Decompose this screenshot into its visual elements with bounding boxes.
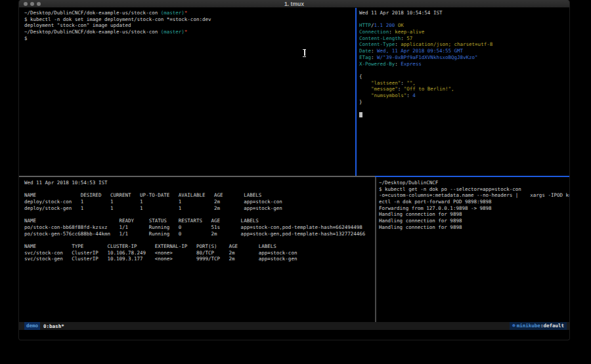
terminal-line: svc/stock-con ClusterIP 10.106.78.249 <n…	[24, 250, 375, 256]
pane-kubectl-get-watch[interactable]: Wed 11 Apr 2018 10:54:53 ISTNAME DESIRED…	[19, 177, 375, 322]
terminal-line: "message": "Off to Berlin!",	[359, 86, 570, 92]
terminal-line	[24, 211, 375, 218]
mouse-ibeam-cursor	[303, 49, 306, 56]
terminal-line: -o=custom-columns=:metadata.name --no-he…	[379, 192, 570, 199]
kube-context-segment: ☸ minikube :default	[510, 322, 567, 330]
tmux-session-name: demo	[24, 322, 40, 330]
terminal-line: ETag: W/"39-0xBPf9aF1dXVNkhsxoBQgJ8vKzo"	[359, 54, 570, 61]
terminal-line	[359, 16, 570, 23]
terminal-line: ~/Desktop/DublinCNCF	[379, 180, 570, 186]
terminal-line: Content-Length: 57	[359, 35, 570, 42]
pane-shell-set-image[interactable]: ~/Desktop/DublinCNCF/dok-example-us/stoc…	[19, 8, 355, 176]
terminal-line: NAME READY STATUS RESTARTS AGE LABELS	[24, 218, 375, 224]
terminal-line: "numsymbols": 4	[359, 92, 570, 99]
terminal-line: Handling connection for 9898	[379, 218, 570, 224]
terminal-line: po/stock-gen-576cc688bb-44kmn 1/1 Runnin…	[24, 231, 375, 237]
terminal-line: deployment "stock-con" image updated	[24, 22, 355, 29]
terminal-line: deploy/stock-con 1 1 1 1 2m app=stock-co…	[24, 199, 375, 205]
terminal-line	[359, 67, 570, 73]
terminal-line: ~/Desktop/DublinCNCF/dok-example-us/stoc…	[24, 29, 355, 35]
terminal-line	[24, 186, 375, 193]
window-titlebar: 1. tmux	[19, 0, 569, 8]
terminal-line: HTTP/1.1 200 OK	[359, 22, 570, 29]
terminal-line: Content-Type: application/json; charset=…	[359, 41, 570, 48]
terminal-line	[359, 105, 570, 111]
terminal-line: X-Powered-By: Express	[359, 61, 570, 68]
kube-namespace: :default	[540, 322, 564, 330]
terminal-line: ectl -n dok port-forward POD 9898:9898	[379, 199, 570, 205]
window-title: 1. tmux	[19, 1, 569, 7]
terminal-line: ~/Desktop/DublinCNCF/dok-example-us/stoc…	[24, 10, 355, 16]
terminal-line: $ kubectl get -n dok po --selector=app=s…	[379, 186, 570, 193]
terminal-line: Date: Wed, 11 Apr 2018 09:54:55 GMT	[359, 48, 570, 54]
pane-http-response[interactable]: Wed 11 Apr 2018 10:54:54 ISTHTTP/1.1 200…	[357, 8, 570, 176]
terminal-line: $ kubectl -n dok set image deployment/st…	[24, 16, 355, 23]
terminal-line: $	[24, 35, 355, 42]
terminal-line: Handling connection for 9898	[379, 211, 570, 218]
terminal-block-cursor	[359, 112, 362, 117]
tmux-panes-area: ~/Desktop/DublinCNCF/dok-example-us/stoc…	[19, 8, 570, 322]
terminal-line: NAME TYPE CLUSTER-IP EXTERNAL-IP PORT(S)…	[24, 243, 375, 250]
terminal-line: Forwarding from 127.0.0.1:9898 -> 9898	[379, 205, 570, 212]
terminal-line: }	[359, 99, 570, 106]
kubernetes-wheel-icon: ☸	[512, 322, 515, 330]
terminal-line: svc/stock-gen ClusterIP 10.109.3.177 <no…	[24, 256, 375, 262]
pane-divider-vertical-bottom[interactable]	[375, 177, 376, 322]
terminal-line: "lastseen": "",	[359, 80, 570, 87]
terminal-line	[359, 111, 570, 118]
tmux-status-bar: demo 0:bash* ☸ minikube :default	[19, 322, 570, 330]
terminal-line: po/stock-con-bb68f88fd-kzsxz 1/1 Running…	[24, 224, 375, 231]
terminal-line	[24, 237, 375, 243]
terminal-line: Wed 11 Apr 2018 10:54:53 IST	[24, 180, 375, 186]
terminal-line: {	[359, 73, 570, 80]
kube-context-name: minikube	[517, 322, 540, 330]
tmux-window-label[interactable]: 0:bash*	[43, 323, 64, 329]
pane-port-forward[interactable]: ~/Desktop/DublinCNCF$ kubectl get -n dok…	[377, 177, 570, 322]
terminal-line: Handling connection for 9898	[379, 224, 570, 231]
terminal-line: deploy/stock-gen 1 1 1 1 2m app=stock-ge…	[24, 205, 375, 212]
terminal-line: NAME DESIRED CURRENT UP-TO-DATE AVAILABL…	[24, 192, 375, 199]
desktop-background: 1. tmux ~/Desktop/DublinCNCF/dok-example…	[0, 0, 591, 364]
terminal-line: Wed 11 Apr 2018 10:54:54 IST	[359, 10, 570, 16]
terminal-window: 1. tmux ~/Desktop/DublinCNCF/dok-example…	[18, 0, 570, 340]
terminal-line: Connection: keep-alive	[359, 29, 570, 35]
